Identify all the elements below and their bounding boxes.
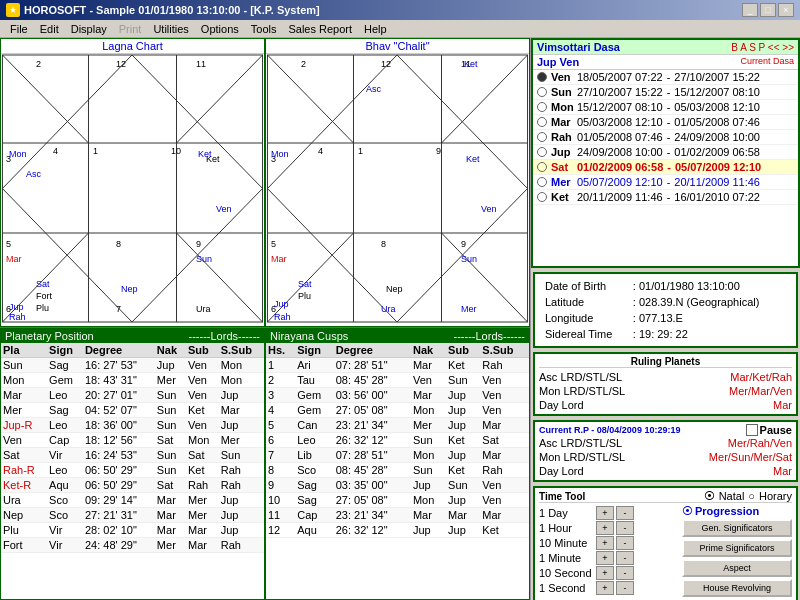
lon-label: Longitude [543, 311, 629, 325]
cusp-row-1: 2 Tau 08: 45' 28" Ven Sun Ven [266, 373, 529, 388]
crp-asc-value: Mer/Rah/Ven [728, 437, 792, 449]
cusp-row-4: 5 Can 23: 21' 34" Mer Jup Mar [266, 418, 529, 433]
menu-options[interactable]: Options [195, 22, 245, 36]
menu-edit[interactable]: Edit [34, 22, 65, 36]
ruling-planets-panel: Ruling Planets Asc LRD/STL/SL Mar/Ket/Ra… [533, 352, 798, 416]
dob-label: Date of Birth [543, 279, 629, 293]
cusp-row-2: 3 Gem 03: 56' 00" Mar Jup Ven [266, 388, 529, 403]
sidereal-label: Sidereal Time [543, 327, 629, 341]
menu-file[interactable]: File [4, 22, 34, 36]
tensec-minus-button[interactable]: - [616, 566, 634, 580]
dasa-row-8[interactable]: Ket 20/11/2009 11:46 - 16/01/2010 07:22 [533, 190, 798, 205]
menu-print[interactable]: Print [113, 22, 148, 36]
close-window-button[interactable]: × [778, 3, 794, 17]
planet-row-4: Jup-R Leo 18: 36' 00" Sun Ven Jup [1, 418, 264, 433]
day-minus-button[interactable]: - [616, 506, 634, 520]
sidereal-value: : 19: 29: 22 [631, 327, 788, 341]
crp-day-value: Mar [773, 465, 792, 477]
planetary-position-title: Planetary Position [5, 330, 94, 342]
rp-day-value: Mar [773, 399, 792, 411]
progression-radio-label[interactable]: Progression [695, 505, 759, 517]
planet-row-1: Mon Gem 18: 43' 31" Mer Ven Mon [1, 373, 264, 388]
minimize-button[interactable]: _ [742, 3, 758, 17]
dasa-row-4[interactable]: Rah 01/05/2008 07:46 - 24/09/2008 10:00 [533, 130, 798, 145]
hour-label: 1 Hour [539, 522, 594, 534]
min-plus-button[interactable]: + [596, 551, 614, 565]
dob-value: : 01/01/1980 13:10:00 [631, 279, 788, 293]
title-bar: ★ HOROSOFT - Sample 01/01/1980 13:10:00 … [0, 0, 800, 20]
dasa-row-5[interactable]: Jup 24/09/2008 10:00 - 01/02/2009 06:58 [533, 145, 798, 160]
crp-mon-label: Mon LRD/STL/SL [539, 451, 625, 463]
bhav-chart-title: Bhav "Chalit" [266, 39, 529, 54]
planet-row-3: Mer Sag 04: 52' 07" Sun Ket Mar [1, 403, 264, 418]
current-rp-panel: Current R.P - 08/04/2009 10:29:19 Pause … [533, 420, 798, 482]
planet-row-11: Plu Vir 28: 02' 10" Mar Mar Jup [1, 523, 264, 538]
menu-sales-report[interactable]: Sales Report [282, 22, 358, 36]
app-icon: ★ [6, 3, 20, 17]
sec-label: 1 Second [539, 582, 594, 594]
rp-mon-value: Mer/Mar/Ven [729, 385, 792, 397]
cusp-row-6: 7 Lib 07: 28' 51" Mon Jup Mar [266, 448, 529, 463]
cusp-row-11: 12 Aqu 26: 32' 12" Jup Jup Ket [266, 523, 529, 538]
cusp-row-5: 6 Leo 26: 32' 12" Sun Ket Sat [266, 433, 529, 448]
dasa-row-7[interactable]: Mer 05/07/2009 12:10 - 20/11/2009 11:46 [533, 175, 798, 190]
tenmin-plus-button[interactable]: + [596, 536, 614, 550]
hour-minus-button[interactable]: - [616, 521, 634, 535]
rp-asc-label: Asc LRD/STL/SL [539, 371, 622, 383]
planet-row-12: Fort Vir 24: 48' 29" Mer Mar Rah [1, 538, 264, 553]
planet-row-5: Ven Cap 18: 12' 56" Sat Mon Mer [1, 433, 264, 448]
maximize-button[interactable]: □ [760, 3, 776, 17]
aspect-button[interactable]: Aspect [682, 559, 792, 577]
menu-utilities[interactable]: Utilities [147, 22, 194, 36]
planet-row-2: Mar Leo 20: 27' 01" Sun Ven Jup [1, 388, 264, 403]
cusp-row-0: 1 Ari 07: 28' 51" Mar Ket Rah [266, 358, 529, 373]
current-dasa-label: Current Dasa [740, 56, 794, 68]
menu-bar: File Edit Display Print Utilities Option… [0, 20, 800, 38]
birth-info-panel: Date of Birth : 01/01/1980 13:10:00 Lati… [533, 272, 798, 348]
sec-plus-button[interactable]: + [596, 581, 614, 595]
cusp-row-10: 11 Cap 23: 21' 34" Mar Mar Mar [266, 508, 529, 523]
natal-radio-label[interactable]: Natal [719, 490, 745, 502]
dasa-cols: B A S P << >> [731, 42, 794, 53]
dasa-row-0[interactable]: Ven 18/05/2007 07:22 - 27/10/2007 15:22 [533, 70, 798, 85]
tensec-plus-button[interactable]: + [596, 566, 614, 580]
nirayana-lords-header: ------Lords------ [454, 330, 525, 342]
gen-significators-button[interactable]: Gen. Significators [682, 519, 792, 537]
planet-row-7: Rah-R Leo 06: 50' 29" Sun Ket Rah [1, 463, 264, 478]
min-minus-button[interactable]: - [616, 551, 634, 565]
crp-asc-label: Asc LRD/STL/SL [539, 437, 622, 449]
dasa-row-2[interactable]: Mon 15/12/2007 08:10 - 05/03/2008 12:10 [533, 100, 798, 115]
pause-label: Pause [760, 424, 792, 436]
day-plus-button[interactable]: + [596, 506, 614, 520]
sec-minus-button[interactable]: - [616, 581, 634, 595]
horary-radio-label[interactable]: Horary [759, 490, 792, 502]
crp-header-text: Current R.P - 08/04/2009 10:29:19 [539, 425, 680, 435]
rp-asc-value: Mar/Ket/Rah [730, 371, 792, 383]
menu-help[interactable]: Help [358, 22, 393, 36]
dasa-row-3[interactable]: Mar 05/03/2008 12:10 - 01/05/2008 07:46 [533, 115, 798, 130]
dasa-row-1[interactable]: Sun 27/10/2007 15:22 - 15/12/2007 08:10 [533, 85, 798, 100]
tensec-label: 10 Second [539, 567, 594, 579]
lagna-chart-title: Lagna Chart [1, 39, 264, 54]
planet-row-10: Nep Sco 27: 21' 31" Mar Mer Jup [1, 508, 264, 523]
min-label: 1 Minute [539, 552, 594, 564]
tenmin-minus-button[interactable]: - [616, 536, 634, 550]
menu-tools[interactable]: Tools [245, 22, 283, 36]
prime-significators-button[interactable]: Prime Significators [682, 539, 792, 557]
window-title: HOROSOFT - Sample 01/01/1980 13:10:00 - … [24, 4, 320, 16]
menu-display[interactable]: Display [65, 22, 113, 36]
ten-min-label: 10 Minute [539, 537, 594, 549]
time-tool-panel: Time Tool ⦿ Natal ○ Horary 1 Day + - [533, 486, 798, 600]
planet-row-0: Sun Sag 16: 27' 53" Jup Ven Mon [1, 358, 264, 373]
planetary-position-panel: Planetary Position ------Lords------ Pla… [0, 328, 265, 600]
day-label: 1 Day [539, 507, 594, 519]
planet-row-6: Sat Vir 16: 24' 53" Sun Sat Sun [1, 448, 264, 463]
planet-row-9: Ura Sco 09: 29' 14" Mar Mer Jup [1, 493, 264, 508]
nirayana-cusps-panel: Nirayana Cusps ------Lords------ Hs. Sig… [265, 328, 530, 600]
bhav-chalit-chart: Bhav "Chalit" [265, 38, 530, 327]
house-revolving-button[interactable]: House Revolving [682, 579, 792, 597]
dasa-row-6[interactable]: Sat 01/02/2009 06:58 - 05/07/2009 12:10 [533, 160, 798, 175]
pause-checkbox[interactable] [746, 424, 758, 436]
lon-value: : 077.13.E [631, 311, 788, 325]
hour-plus-button[interactable]: + [596, 521, 614, 535]
